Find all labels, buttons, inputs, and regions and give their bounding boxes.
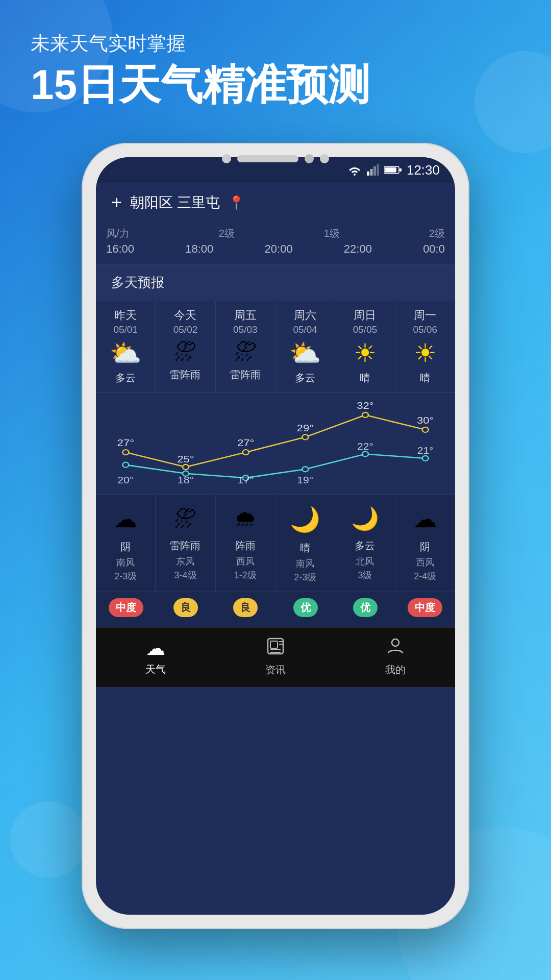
phone-dot-2	[320, 154, 329, 163]
signal-icon	[367, 164, 379, 176]
day-desc-1: 雷阵雨	[170, 368, 201, 382]
day-name-5: 周一	[414, 308, 436, 323]
day-desc-2: 雷阵雨	[230, 368, 261, 382]
day-desc-5: 晴	[420, 371, 430, 385]
aqi-cell-3: 优	[276, 598, 335, 617]
night-wind-5: 西风2-4级	[414, 556, 436, 583]
hourly-time-2: 18:00	[185, 242, 213, 256]
location-pin-icon: 📍	[228, 195, 244, 211]
aqi-cell-2: 良	[216, 598, 276, 617]
day-icon-5: ☀	[414, 340, 437, 366]
hourly-labels: 风/力 2级 1级 2级	[106, 227, 445, 240]
location-name: 朝阳区 三里屯	[130, 193, 220, 212]
phone-top-bar	[222, 154, 329, 163]
location-bar[interactable]: + 朝阳区 三里屯 📍	[96, 183, 455, 223]
phone-camera	[305, 154, 314, 163]
night-icon-5: ☁	[413, 507, 437, 531]
hourly-label-1: 2级	[219, 227, 235, 240]
nav-weather-icon: ☁	[146, 637, 165, 659]
night-col-5: ☁ 阴 西风2-4级	[395, 495, 455, 592]
high-label-5: 30°	[417, 415, 434, 426]
temp-chart-area: 27° 25° 27° 29° 32° 30°	[96, 393, 455, 495]
nav-item-profile[interactable]: 我的	[385, 636, 406, 677]
aqi-cell-0: 中度	[96, 598, 156, 617]
night-desc-2: 阵雨	[235, 539, 256, 553]
day-date-4: 05/05	[353, 324, 378, 335]
hourly-time-4: 22:00	[344, 242, 372, 256]
nav-weather-label: 天气	[145, 663, 166, 676]
aqi-badge-5: 中度	[408, 598, 442, 617]
location-plus[interactable]: +	[111, 192, 122, 213]
day-col-5: 周一 05/06 ☀ 晴	[395, 301, 455, 392]
svg-rect-5	[385, 167, 396, 173]
nav-item-news[interactable]: 资讯	[265, 636, 286, 677]
phone-outer: 12:30 + 朝阳区 三里屯 📍 风/力 2级 1级 2级 16:00	[82, 143, 469, 929]
night-col-3: 🌙 晴 南风2-3级	[276, 495, 335, 592]
night-icon-4: 🌙	[351, 507, 379, 530]
low-label-5: 21°	[417, 446, 434, 456]
high-dot-2	[243, 450, 249, 455]
hourly-time-3: 20:00	[265, 242, 293, 256]
high-label-2: 27°	[237, 437, 254, 448]
header-subtitle: 未来天气实时掌握	[31, 31, 370, 57]
day-name-0: 昨天	[114, 308, 137, 323]
high-dot-5	[422, 427, 429, 432]
svg-rect-6	[399, 168, 402, 172]
day-date-2: 05/03	[233, 324, 258, 335]
low-label-3: 19°	[297, 475, 313, 484]
day-col-2: 周五 05/03 ⛈ 雷阵雨	[216, 301, 276, 392]
header-title: 15日天气精准预测	[31, 62, 370, 108]
night-wind-4: 北风3级	[356, 555, 374, 582]
aqi-badge-4: 优	[353, 598, 378, 617]
day-date-5: 05/06	[413, 324, 438, 335]
night-col-1: ⛈ 雷阵雨 东风3-4级	[156, 495, 215, 592]
low-dot-3	[302, 467, 308, 472]
svg-rect-0	[367, 172, 369, 176]
day-icon-3: ⛅	[289, 340, 321, 366]
night-icon-0: ☁	[114, 507, 137, 531]
night-desc-3: 晴	[300, 541, 310, 555]
night-wind-1: 东风3-4级	[174, 555, 196, 582]
night-desc-4: 多云	[355, 539, 375, 553]
svg-rect-2	[373, 166, 376, 176]
day-icon-0: ⛅	[110, 340, 141, 366]
hourly-time-5: 00:0	[423, 242, 445, 256]
night-desc-0: 阴	[120, 540, 131, 554]
header-section: 未来天气实时掌握 15日天气精准预测	[31, 31, 370, 108]
aqi-cell-5: 中度	[395, 598, 455, 617]
nav-news-icon	[266, 636, 285, 660]
hourly-label-3: 2级	[429, 227, 445, 240]
high-temp-line	[126, 415, 425, 467]
high-dot-3	[302, 434, 308, 439]
low-label-2: 17°	[238, 475, 254, 484]
hourly-bar[interactable]: 风/力 2级 1级 2级 16:00 18:00 20:00 22:00 00:…	[96, 223, 455, 264]
day-col-1: 今天 05/02 ⛈ 雷阵雨	[156, 301, 215, 392]
aqi-cell-4: 优	[335, 598, 395, 617]
low-dot-0	[122, 462, 129, 468]
day-name-3: 周六	[294, 308, 316, 323]
day-date-3: 05/04	[293, 324, 317, 335]
high-dot-0	[122, 450, 129, 455]
phone-screen: 12:30 + 朝阳区 三里屯 📍 风/力 2级 1级 2级 16:00	[96, 157, 455, 915]
battery-icon	[384, 165, 402, 175]
day-icon-1: ⛈	[174, 340, 196, 363]
day-col-3: 周六 05/04 ⛅ 多云	[276, 301, 335, 392]
status-time: 12:30	[407, 162, 440, 178]
night-col-0: ☁ 阴 南风2-3级	[96, 495, 156, 592]
night-desc-5: 阴	[420, 540, 430, 554]
weather-grid: 昨天 05/01 ⛅ 多云 今天 05/02 ⛈ 雷阵雨 周五 05/03 ⛈	[96, 301, 455, 393]
night-desc-1: 雷阵雨	[170, 539, 201, 553]
high-label-4: 32°	[357, 400, 373, 411]
day-col-4: 周日 05/05 ☀ 晴	[335, 301, 395, 392]
night-wind-2: 西风1-2级	[234, 555, 257, 582]
hourly-label-wind: 风/力	[106, 227, 130, 240]
aqi-badge-0: 中度	[109, 598, 143, 617]
svg-rect-8	[270, 641, 278, 648]
low-dot-5	[422, 456, 429, 461]
nav-profile-icon	[386, 636, 405, 660]
low-label-1: 18°	[178, 475, 194, 484]
nav-item-weather[interactable]: ☁ 天气	[145, 637, 166, 676]
aqi-badge-2: 良	[233, 598, 258, 617]
svg-rect-1	[370, 169, 372, 176]
wifi-icon	[347, 164, 362, 176]
